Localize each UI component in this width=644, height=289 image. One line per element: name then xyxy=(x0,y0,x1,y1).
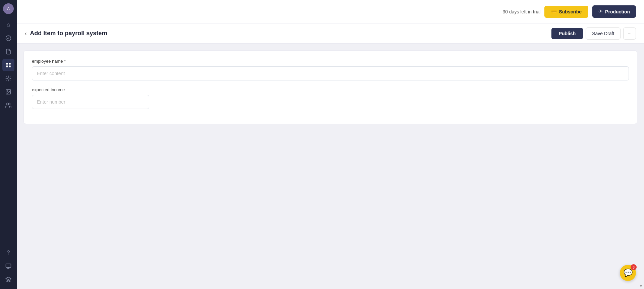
page-title: Add Item to payroll system xyxy=(30,30,107,37)
sidebar-item-layers[interactable] xyxy=(2,274,14,286)
chat-badge: 3 xyxy=(631,264,637,270)
topbar: 30 days left in trial 💳 Subscribe Produc… xyxy=(17,0,644,23)
production-icon xyxy=(598,9,603,14)
production-button[interactable]: Production xyxy=(592,5,636,18)
page-header: ‹ Add Item to payroll system Publish Sav… xyxy=(17,23,644,44)
trial-text: 30 days left in trial xyxy=(503,9,541,14)
svg-rect-2 xyxy=(9,63,11,64)
sidebar-item-blocks[interactable] xyxy=(2,72,14,84)
sidebar-item-terminal[interactable] xyxy=(2,260,14,272)
content-area: ‹ Add Item to payroll system Publish Sav… xyxy=(17,23,644,289)
subscribe-icon: 💳 xyxy=(551,9,557,14)
svg-point-8 xyxy=(7,103,9,105)
sidebar-item-home[interactable]: ⌂ xyxy=(2,19,14,31)
sidebar-item-people[interactable] xyxy=(2,99,14,111)
svg-point-5 xyxy=(8,78,9,79)
svg-point-7 xyxy=(7,91,8,91)
sidebar-item-help[interactable]: ? xyxy=(2,247,14,259)
back-button[interactable]: ‹ xyxy=(25,31,26,37)
scroll-down-arrow[interactable]: ▼ xyxy=(638,283,644,289)
subscribe-button[interactable]: 💳 Subscribe xyxy=(544,6,588,18)
chat-bubble-icon: 💬 xyxy=(624,269,633,277)
avatar[interactable]: A xyxy=(3,3,14,14)
sidebar: A ⌂ ? xyxy=(0,0,17,289)
more-options-button[interactable]: ··· xyxy=(623,27,636,40)
page-header-left: ‹ Add Item to payroll system xyxy=(25,30,107,37)
svg-rect-9 xyxy=(6,264,11,268)
svg-rect-1 xyxy=(6,63,8,64)
employee-name-group: employee name * xyxy=(32,59,629,80)
employee-name-label: employee name * xyxy=(32,59,629,64)
sidebar-item-table[interactable] xyxy=(2,59,14,71)
svg-rect-3 xyxy=(6,66,8,67)
sidebar-item-activity[interactable] xyxy=(2,32,14,44)
save-draft-button[interactable]: Save Draft xyxy=(586,27,621,40)
sidebar-item-docs[interactable] xyxy=(2,46,14,58)
svg-marker-12 xyxy=(6,277,11,280)
main-content: 30 days left in trial 💳 Subscribe Produc… xyxy=(17,0,644,289)
page-header-right: Publish Save Draft ··· xyxy=(551,27,636,40)
expected-income-label: expected income xyxy=(32,87,629,92)
expected-income-input[interactable] xyxy=(32,95,149,109)
svg-point-13 xyxy=(600,10,601,12)
sidebar-item-gallery[interactable] xyxy=(2,86,14,98)
chat-bubble-button[interactable]: 💬 3 xyxy=(620,265,636,281)
expected-income-group: expected income xyxy=(32,87,629,109)
employee-name-input[interactable] xyxy=(32,66,629,80)
form-card: employee name * expected income xyxy=(23,50,637,124)
svg-rect-4 xyxy=(9,66,11,67)
publish-button[interactable]: Publish xyxy=(551,28,583,39)
sidebar-bottom: ? xyxy=(2,247,14,286)
